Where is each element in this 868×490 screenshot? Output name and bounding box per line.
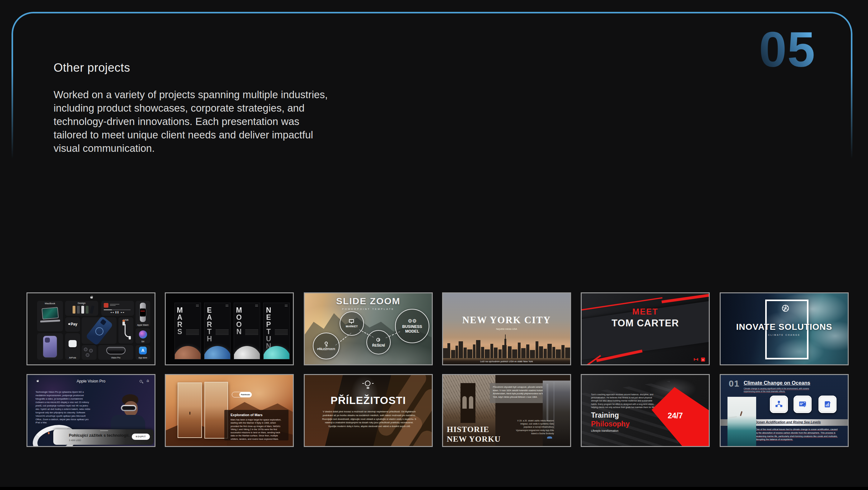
page-description: Worked on a variety of projects spanning… bbox=[54, 88, 328, 155]
project-thumbnail-vision-pro-page[interactable]: Apple Vision Pro ⌂ Technologie Vision Pr… bbox=[27, 374, 155, 447]
menu-icon bbox=[255, 305, 258, 306]
nav-title: Apple Vision Pro bbox=[27, 379, 155, 384]
portfolio-slide: 05 Other projects Worked on a variety of… bbox=[0, 0, 868, 490]
planet-panel-mars: MARS bbox=[175, 303, 201, 359]
placeholder-text-lines bbox=[110, 303, 121, 306]
section-number: 01 bbox=[729, 379, 740, 389]
slide-kicker: MEET bbox=[582, 307, 709, 317]
diver-photo bbox=[727, 397, 756, 447]
project-thumbnail-climate-change[interactable]: 01 Climate Change on Oceans Climate chan… bbox=[720, 374, 849, 447]
card-macbook: MacBook bbox=[37, 301, 63, 331]
placeholder-text-lines bbox=[245, 329, 258, 336]
street-photo bbox=[543, 380, 571, 447]
slide-title: SLIDE ZOOM bbox=[305, 296, 432, 306]
slide-title: TOM CARTER bbox=[582, 318, 709, 329]
menu-icon bbox=[285, 305, 287, 306]
icon-card-browser bbox=[794, 396, 812, 413]
siri-orb-image bbox=[139, 330, 147, 338]
placeholder-text-lines bbox=[186, 329, 199, 336]
cubes-icon bbox=[775, 400, 783, 408]
progress-bar bbox=[104, 309, 130, 310]
zoom-node-market: MARKET bbox=[340, 311, 364, 336]
project-thumbnail-historie-new-yorku[interactable]: HISTORIE NEW YORKU Původními obyvateli b… bbox=[442, 374, 571, 447]
product-tagline: Pohlcující zážitek s technologií. bbox=[69, 433, 130, 438]
project-thumbnail-new-york-city[interactable]: NEW YORK CITY Největší město USA Leží na… bbox=[442, 293, 571, 365]
panel-paragraph: Mars has been a major target for space e… bbox=[230, 418, 284, 441]
headset-on-face bbox=[121, 405, 136, 411]
zoom-node-business-model: ⚙⚙ BUSINESS MODEL bbox=[395, 309, 429, 343]
coaching-paragraph: Tom's coaching approach revolves around … bbox=[591, 393, 656, 409]
planet-panel-earth: EARTH bbox=[204, 303, 230, 359]
project-thumbnail-slide-zoom[interactable]: SLIDE ZOOM POWERPOINT TEMPLATE PŘÍLEŽITO… bbox=[304, 293, 433, 365]
usb-cable-image bbox=[125, 324, 130, 337]
slide-subtitle: Climate change is causing significant sh… bbox=[744, 388, 817, 393]
skyline-silhouette bbox=[443, 334, 570, 359]
apple-logo-icon bbox=[90, 295, 94, 300]
icon-card-report bbox=[818, 396, 837, 413]
card-design: Design bbox=[65, 301, 98, 316]
node-label: BUSINESS MODEL bbox=[401, 325, 423, 334]
card-siri: Siri bbox=[135, 328, 150, 343]
card-app-store: A App store bbox=[135, 345, 150, 360]
planet-panel-moon: MOON bbox=[234, 303, 260, 359]
project-thumbnail-mars-exploration[interactable]: Pathfinder Exploration of Mars Mars has … bbox=[165, 374, 294, 447]
page-number: 05 bbox=[759, 24, 816, 74]
card-label: AirPods bbox=[65, 357, 80, 359]
slide-title: HISTORIE NEW YORKU bbox=[447, 425, 501, 444]
card-label: Siri bbox=[135, 340, 150, 343]
card-apple-pay: Pay bbox=[65, 317, 80, 332]
menu-icon bbox=[196, 305, 199, 306]
vision-pro-image bbox=[106, 347, 126, 355]
icon-card-cubes bbox=[770, 396, 788, 413]
panel-heading: Exploration of Mars bbox=[230, 413, 262, 417]
browser-icon bbox=[799, 400, 807, 408]
card-airpods: AirPods bbox=[65, 333, 80, 360]
project-thumbnail-meet-tom-carter[interactable]: MEET TOM CARTER ▲ bbox=[581, 293, 710, 365]
pathfinder-toggle: Pathfinder bbox=[232, 392, 252, 397]
zoom-node-prilezitosti: PŘÍLEŽITOSTI bbox=[313, 333, 340, 359]
apple-logo-icon bbox=[68, 322, 71, 326]
slide-paragraph: V dnešní době plné inovací a možností se… bbox=[321, 410, 417, 428]
card-apple-watch: Apple Watch bbox=[135, 301, 150, 327]
node-label: PŘÍLEŽITOSTI bbox=[317, 347, 335, 351]
node-label: ŘEŠENÍ bbox=[372, 343, 385, 347]
playback-controls-icon: ◄◄ ▌▌ ►► bbox=[101, 311, 134, 313]
slide-title-line2: Philosophy bbox=[591, 420, 630, 428]
card-music-player: ◄◄ ▌▌ ►► bbox=[101, 301, 134, 316]
slide-paragraph: One of the most critical issues tied to … bbox=[755, 428, 840, 441]
alarm-clock-icon bbox=[376, 338, 381, 343]
macbook-image bbox=[42, 307, 59, 319]
slide-subtitle: Lifestyle transformation bbox=[591, 429, 618, 432]
slide-title-line1: Training bbox=[591, 411, 619, 420]
card-camera bbox=[82, 345, 97, 360]
project-thumbnail-training-philosophy[interactable]: Tom's coaching approach revolves around … bbox=[581, 374, 710, 447]
gears-icon: ⚙⚙ bbox=[408, 318, 417, 324]
card-usb: USB bbox=[118, 317, 133, 343]
card-label: USB bbox=[118, 318, 133, 321]
planet-panel-neptune: NEPTUNE bbox=[263, 303, 290, 359]
airpods-image bbox=[68, 340, 76, 347]
app-store-icon: A bbox=[139, 347, 147, 355]
slide-subtitle: Největší město USA bbox=[443, 328, 570, 330]
album-art bbox=[104, 303, 108, 308]
chart-document-icon bbox=[824, 400, 832, 408]
bridge-tower bbox=[461, 383, 475, 423]
project-thumbnail-apple-products[interactable]: MacBook Design Pay AirPods bbox=[27, 293, 155, 365]
aperture-icon bbox=[782, 305, 789, 312]
slide-title: INOVATE SOLUTIONS bbox=[721, 322, 848, 332]
card-label: Pay bbox=[71, 322, 77, 326]
project-thumbnail-prilezitosti[interactable]: PŘÍLEŽITOSTI V dnešní době plné inovací … bbox=[304, 374, 433, 447]
bottom-strip bbox=[0, 487, 868, 490]
immigration-text: V 19. a 20. století zažilo město masivní… bbox=[514, 419, 554, 435]
project-thumbnail-inovate-solutions[interactable]: INOVATE SOLUTIONS CLIMATE CHANGE bbox=[720, 293, 849, 365]
project-thumbnail-planets[interactable]: MARS EARTH MOON NEPTUNE bbox=[165, 293, 294, 365]
lightbulb-icon bbox=[365, 380, 372, 389]
page-title: Other projects bbox=[54, 61, 130, 74]
presentation-board-icon bbox=[349, 319, 354, 324]
toggle-label: Pathfinder bbox=[239, 392, 252, 397]
zoom-node-reseni: ŘEŠENÍ bbox=[366, 330, 391, 355]
search-icon bbox=[140, 380, 142, 382]
lightbulb-icon bbox=[324, 342, 329, 347]
card-label: MacBook bbox=[37, 302, 63, 305]
body-paragraph: Technologie Vision Pro je vybavena čipem… bbox=[35, 391, 90, 425]
